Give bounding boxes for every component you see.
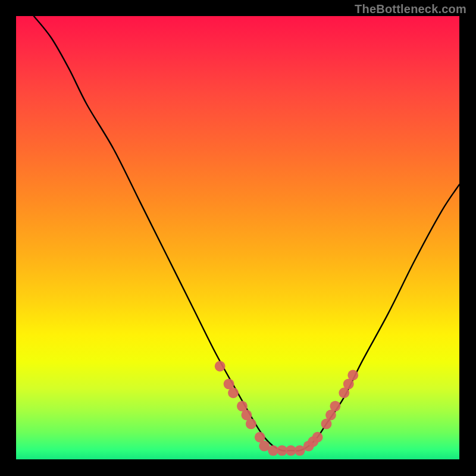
watermark-text: TheBottleneck.com	[355, 2, 466, 16]
plot-background	[16, 16, 459, 459]
chart-stage: TheBottleneck.com	[0, 0, 476, 476]
